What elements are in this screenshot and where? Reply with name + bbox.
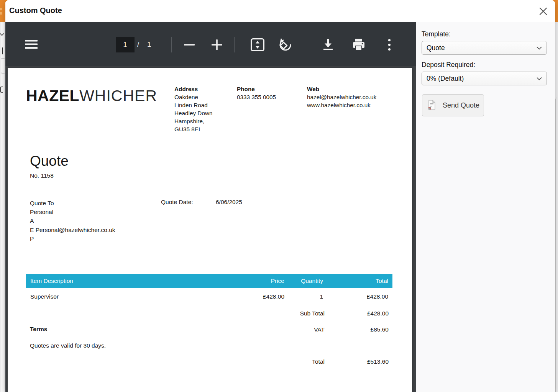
pdf-canvas-background: HAZELWHICHER Address Oakdene Linden Road… — [5, 66, 416, 392]
subtotal-line: Sub Total £428.00 — [8, 310, 389, 318]
template-selected-value: Quote — [422, 44, 537, 52]
items-table: Item Description Price Quantity Total Su… — [26, 274, 392, 305]
company-address: Address Oakdene Linden Road Headley Down… — [174, 85, 212, 133]
quote-document-page: HAZELWHICHER Address Oakdene Linden Road… — [8, 68, 412, 392]
background-text-fragment — [0, 87, 3, 93]
chevron-down-icon — [537, 77, 542, 80]
modal-title: Custom Quote — [9, 6, 62, 15]
page-count-total: 1 — [147, 40, 151, 49]
send-quote-label: Send Quote — [443, 101, 479, 109]
more-options-icon[interactable] — [386, 38, 393, 52]
chevron-down-icon — [537, 46, 542, 50]
deposit-required-label: Deposit Required: — [422, 61, 475, 69]
quote-document-icon — [427, 100, 436, 111]
deposit-required-select[interactable]: 0% (Default) — [422, 72, 547, 85]
zoom-in-icon[interactable] — [211, 39, 223, 51]
send-quote-button[interactable]: Send Quote — [422, 94, 484, 116]
print-icon[interactable] — [352, 38, 366, 52]
vat-line: VAT £85.60 — [8, 326, 389, 334]
background-page-right-edge — [555, 0, 558, 392]
logo-light-part: WHICHER — [79, 87, 157, 105]
page-count-separator: / — [137, 40, 139, 49]
background-panel-edge — [555, 98, 557, 392]
terms-heading: Terms — [30, 326, 47, 333]
document-title: Quote — [30, 153, 69, 169]
screen: Custom Quote 1 / 1 — [0, 0, 558, 392]
company-web: Web hazel@hazelwhicher.co.uk www.hazelwh… — [307, 85, 376, 109]
quote-number: No. 1158 — [30, 172, 54, 179]
deposit-selected-value: 0% (Default) — [422, 75, 537, 83]
total-line: Total £513.60 — [8, 358, 389, 366]
toolbar-divider — [171, 37, 172, 52]
fit-to-page-icon[interactable] — [250, 38, 265, 52]
terms-text: Quotes are valid for 30 days. — [30, 342, 106, 349]
menu-icon[interactable] — [25, 39, 38, 50]
background-field-fragment — [1, 58, 5, 74]
custom-quote-modal: Custom Quote 1 / 1 — [5, 0, 555, 392]
modal-header: Custom Quote — [5, 0, 555, 22]
template-select[interactable]: Quote — [422, 41, 547, 55]
quote-date-label: Quote Date: — [161, 199, 193, 206]
pdf-toolbar: 1 / 1 — [5, 22, 416, 66]
background-cursor-fragment — [2, 47, 3, 54]
background-menu-fragment — [0, 8, 2, 10]
rotate-counterclockwise-icon[interactable] — [278, 38, 293, 52]
background-page-left-edge — [0, 0, 5, 392]
company-logo: HAZELWHICHER — [26, 87, 157, 105]
items-table-header: Item Description Price Quantity Total — [26, 274, 392, 288]
quote-to-block: Quote To Personal A E Personal@hazelwhic… — [30, 199, 115, 243]
table-row: Supervisor £428.00 1 £428.00 — [26, 288, 392, 305]
pdf-viewer: 1 / 1 — [5, 22, 416, 392]
page-number-input[interactable]: 1 — [116, 37, 135, 52]
quote-date-value: 6/06/2025 — [216, 199, 242, 206]
quote-options-panel: Template: Quote Deposit Required: 0% (De… — [416, 22, 555, 392]
company-phone: Phone 0333 355 0005 — [237, 85, 276, 101]
background-menu-fragment — [0, 12, 2, 15]
template-label: Template: — [422, 30, 451, 38]
logo-bold-part: HAZEL — [26, 87, 79, 105]
background-panel-fragment — [1, 22, 4, 392]
zoom-out-icon[interactable] — [184, 39, 195, 51]
close-icon[interactable] — [538, 6, 548, 16]
download-icon[interactable] — [321, 38, 335, 52]
toolbar-divider — [234, 37, 235, 52]
